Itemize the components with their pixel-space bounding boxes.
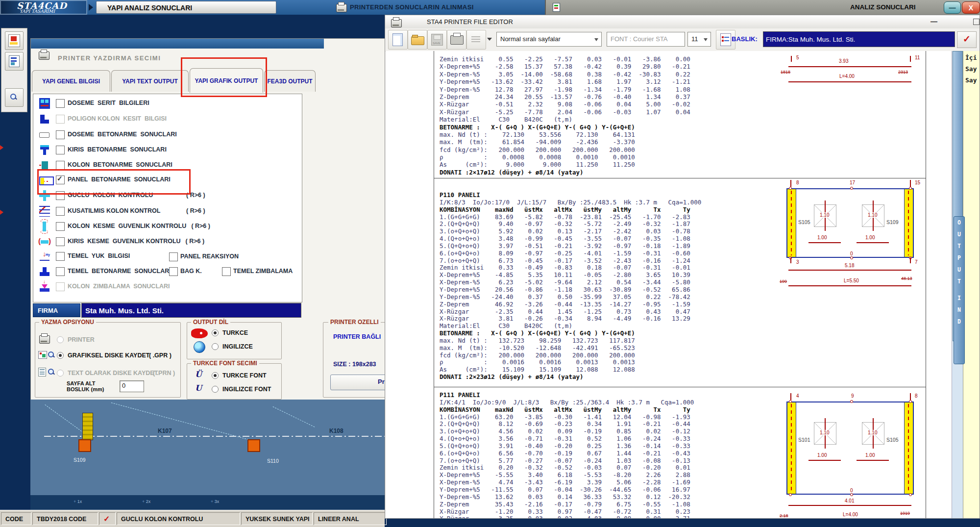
main-window-titlebar[interactable]: ANALIZ SONUCLARI — X xyxy=(545,0,980,15)
save-button[interactable] xyxy=(427,30,447,50)
editor-text-line: Y-Deprem+%5 -11.55 0.07 -0.04 -30.26 -44… xyxy=(440,486,694,493)
sayfa-bosluk-input[interactable]: 0 xyxy=(120,380,144,392)
checkbox-row[interactable]: KOLON KESME GUVENLIK KONTROLU( R>6 ) xyxy=(33,220,302,235)
font-field[interactable]: FONT : Courier STA xyxy=(607,32,685,47)
close-button[interactable]: X xyxy=(962,1,980,14)
shear-wall-element xyxy=(82,413,93,440)
radio-ingilizce[interactable] xyxy=(212,343,219,350)
editor-text-line: fcd (kg/cm²): 200.000 200.000 200.000 20… xyxy=(440,146,690,153)
checkbox-panel-reaksiyon[interactable] xyxy=(169,252,178,261)
tab-yapi-text-output[interactable]: YAPI TEXT OUTPUT xyxy=(111,70,189,92)
editor-text-line: Y-Deprem-%5 12.78 27.97 -1.98 -1.34 -1.7… xyxy=(440,86,690,93)
report-button[interactable] xyxy=(5,52,24,71)
group-output-dil: OUTPUT DİL TURKCE INGILIZCE xyxy=(187,322,282,359)
baslik-input[interactable]: FIRMA:Sta Muh. Mus. Ltd. Sti. xyxy=(763,31,955,47)
editor-text-line: X-Rüzgar -1.20 0.33 0.97 -0.47 -0.72 0.3… xyxy=(440,508,694,515)
section-divider xyxy=(434,178,926,178)
checkbox-row[interactable]: DOSEME SERIT BILGILERI xyxy=(33,97,302,112)
tab-letter: U xyxy=(954,228,964,240)
radio-ingilizce-font[interactable] xyxy=(212,386,219,393)
dialog-top-strip xyxy=(31,39,324,49)
checkbox-label: BAG K. xyxy=(180,268,202,275)
print-button[interactable] xyxy=(447,30,466,50)
editor-text-line: X-Rüzgar 3.81 -0.26 -0.34 8.94 -4.49 -0.… xyxy=(440,315,701,322)
baslik-label: BASLIK: xyxy=(732,35,758,43)
tab-yapi-genel-bilgisi[interactable]: YAPI GENEL BILGISI xyxy=(32,70,110,92)
checkbox[interactable] xyxy=(56,222,65,231)
checkbox-label: POLIGON KOLON KESIT BILGISI xyxy=(68,115,167,122)
page-border xyxy=(434,51,434,518)
checkbox-row[interactable]: KIRIS BETONARME SONUCLARI xyxy=(33,144,302,158)
save-icon xyxy=(431,34,443,46)
editor-text-line: Y-Deprem-%5 -24.40 0.37 0.50 -35.99 37.0… xyxy=(440,293,701,301)
tab-fea3d-output[interactable]: FEA3D OUTPUT xyxy=(264,70,316,92)
print-preview-button[interactable] xyxy=(5,31,24,50)
column-s110[interactable] xyxy=(247,439,260,452)
editor-text-line: Zemin itkisi 0.20 -0.32 -0.52 -0.03 0.07… xyxy=(440,464,694,471)
dropdown-arrow-icon[interactable] xyxy=(487,38,492,41)
minimize-button[interactable]: — xyxy=(944,1,961,14)
checkbox[interactable] xyxy=(56,207,65,216)
editor-text-line: Y-Deprem-%5 13.62 0.03 0.14 36.33 53.32 … xyxy=(440,493,694,501)
radio-grafiksel-kaydet[interactable] xyxy=(57,352,64,359)
checkbox-row[interactable]: KUSATILMIS KOLON KONTROL( R>6 ) xyxy=(33,205,302,220)
checkbox[interactable] xyxy=(56,130,65,139)
zoom-button[interactable] xyxy=(5,88,24,107)
checkbox-label: KOLON KESME GUVENLIK KONTROLU( R>6 ) xyxy=(68,223,210,229)
group-title: OUTPUT DİL xyxy=(191,319,230,326)
checkbox[interactable] xyxy=(56,161,65,170)
radio-suffix: ( .GPR ) xyxy=(149,352,172,359)
new-file-button[interactable] xyxy=(388,30,408,50)
firma-button[interactable]: FIRMA xyxy=(33,303,80,317)
screen: STA4CAD YAPI TASARIMI YAPI ANALIZ SONUCL… xyxy=(0,0,980,527)
radio-turkce-font[interactable] xyxy=(212,372,219,379)
checkbox-row[interactable]: KIRIS KESME GUVENLIK KONTROLU( R>6 ) xyxy=(33,235,302,250)
window-label-printerden: PRINTERDEN SONUCLARIN ALINMASI xyxy=(350,3,474,11)
plan-drawing-area[interactable]: L K107 K108 S109 S110 1x2x3x xyxy=(30,400,385,510)
baslik-apply-button[interactable]: ✓ xyxy=(957,31,977,48)
editor-maximize-button[interactable] xyxy=(973,19,980,25)
logo-subtitle: YAPI TASARIMI xyxy=(20,9,55,14)
radio-text-kaydet[interactable] xyxy=(57,370,64,376)
tab-letter: P xyxy=(954,252,964,264)
print-icon xyxy=(450,35,464,45)
output-index-tab[interactable]: OUTPUTIND xyxy=(954,216,965,364)
checkbox-temel-zimbalama[interactable] xyxy=(222,267,231,276)
checkbox[interactable] xyxy=(56,267,65,276)
checkbox[interactable] xyxy=(56,252,65,261)
page-mode-select[interactable]: Normal sıralı sayfalar xyxy=(496,32,602,47)
radio-label: TURKCE xyxy=(222,329,248,336)
radio-printer[interactable] xyxy=(57,336,64,343)
editor-text-line: fcd (kg/cm²): 200.000 200.000 200.000 20… xyxy=(440,351,701,359)
checkbox[interactable] xyxy=(56,99,65,108)
status-segment: LINEER ANAL xyxy=(314,512,387,525)
checkbox-row[interactable]: DOSEME BETONARME SONUCLARI xyxy=(33,128,302,143)
editor-content[interactable]: P111 PANELII/K:4/1 Io/Jo:9/0 J/L:8/3 Bx/… xyxy=(386,51,980,518)
radio-label: INGILIZCE FONT xyxy=(222,386,271,393)
column-s109[interactable] xyxy=(78,439,91,452)
tab-letter: U xyxy=(954,264,964,276)
checkbox[interactable] xyxy=(56,146,65,154)
task-button-yapi-analiz[interactable]: YAPI ANALIZ SONUCLARI xyxy=(96,1,276,14)
checkbox[interactable] xyxy=(56,237,65,246)
checkbox-row[interactable]: POLIGON KOLON KESIT BILGISI xyxy=(33,113,302,127)
radio-label: PRINTER xyxy=(68,336,95,343)
checkbox[interactable] xyxy=(56,115,65,124)
checkbox[interactable] xyxy=(56,282,65,291)
open-file-button[interactable] xyxy=(408,30,427,50)
editor-text-line: Material:El C30 B420C (t,m) xyxy=(440,116,690,123)
checkbox-row[interactable]: TEMEL YUK BILGISI xyxy=(33,250,302,265)
column-label: S109 xyxy=(74,457,86,463)
checkbox-bag-k[interactable] xyxy=(169,267,178,276)
page-list-button[interactable] xyxy=(466,30,486,50)
checkbox-row[interactable]: KOLON ZIMBALAMA SONUCLARI xyxy=(33,280,302,295)
tab-letter: T xyxy=(954,276,964,287)
radio-turkce[interactable] xyxy=(212,329,219,336)
page-border xyxy=(926,51,926,518)
editor-titlebar[interactable]: STA4 PRINTER FILE EDITOR — xyxy=(385,15,980,29)
axis-tick: 1x xyxy=(74,499,82,504)
font-size-select[interactable]: 11 xyxy=(687,32,711,47)
report-section: P111 PANELII/K:4/1 Io/Jo:9/0 J/L:8/3 Bx/… xyxy=(440,391,694,518)
editor-minimize-button[interactable]: — xyxy=(931,18,937,25)
firma-field[interactable]: Sta Muh. Mus. Ltd. Sti. xyxy=(81,303,301,318)
